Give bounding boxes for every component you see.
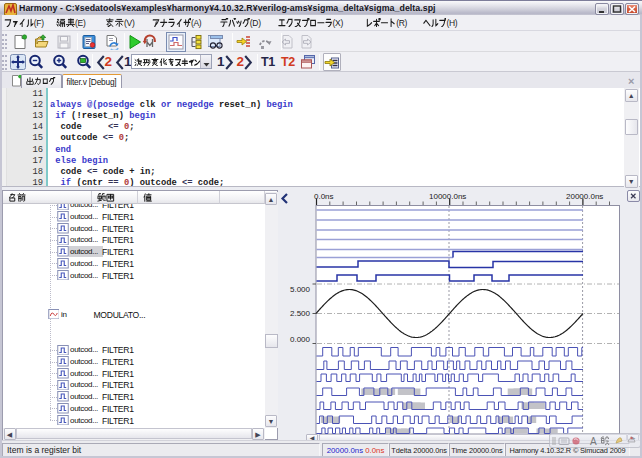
svg-text:A: A	[590, 435, 597, 446]
